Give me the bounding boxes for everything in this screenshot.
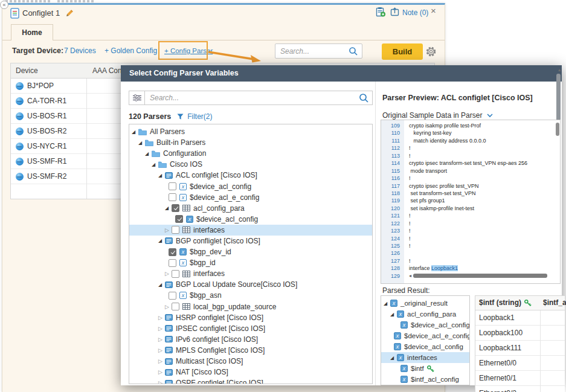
result-row[interactable]: Ethernet0/2 (475, 386, 565, 392)
collapsed-arrow-icon[interactable]: ▷ (158, 315, 165, 321)
result-row[interactable]: Ethernet0/0 (475, 356, 565, 371)
collapsed-arrow-icon[interactable]: ▷ (158, 347, 165, 353)
tree-item[interactable]: x$device_acl_config (381, 341, 469, 352)
checkbox[interactable] (172, 303, 179, 310)
checkbox[interactable] (169, 259, 176, 267)
column-header-intf[interactable]: $intf (string) (479, 298, 532, 307)
sample-data-code[interactable]: 109crypto isakmp profile test-Prof110 ke… (381, 120, 561, 284)
collapsed-arrow-icon[interactable]: ▷ (158, 380, 165, 384)
tree-item[interactable]: ▷OSPF configlet [Cisco IOS] (129, 378, 372, 384)
tree-item[interactable]: x$intf (381, 363, 469, 374)
expanded-arrow-icon[interactable]: ◢ (158, 282, 165, 288)
expanded-arrow-icon[interactable]: ◢ (145, 151, 152, 156)
golden-config-link[interactable]: + Golden Config (105, 47, 157, 55)
filter-sliders-icon[interactable] (129, 91, 145, 104)
scrollbar-thumb[interactable] (556, 74, 561, 123)
device-search-input[interactable]: Search... (275, 43, 362, 59)
tree-item[interactable]: ◢Built-in Parsers (129, 137, 372, 148)
expanded-arrow-icon[interactable]: ◢ (132, 129, 138, 135)
result-row[interactable]: Loopback100 (475, 326, 565, 341)
tree-item[interactable]: ▷interfaces (129, 268, 372, 279)
checkbox[interactable] (169, 193, 176, 201)
chevron-down-icon[interactable] (487, 114, 493, 118)
tree-item[interactable]: ◢acl_config_para (129, 203, 372, 214)
gear-icon[interactable] (425, 46, 437, 57)
variable-icon: x (400, 321, 408, 329)
checkbox[interactable] (169, 292, 176, 300)
tree-item[interactable]: ◢x_original_result (381, 298, 469, 309)
search-icon[interactable] (349, 47, 358, 56)
build-button[interactable]: Build (382, 43, 423, 60)
tree-item[interactable]: ◢ACL configlet [Cisco IOS] (129, 170, 372, 181)
edit-pencil-icon[interactable] (65, 9, 74, 18)
note-link[interactable]: Note (0) (402, 8, 428, 17)
tree-item[interactable]: x$device_acl_config (129, 214, 372, 225)
collapsed-arrow-icon[interactable]: ▷ (158, 369, 165, 375)
expanded-arrow-icon[interactable]: ◢ (390, 355, 397, 361)
search-icon[interactable] (359, 93, 369, 103)
close-icon[interactable]: × (431, 5, 436, 16)
tree-item[interactable]: ◢Cisco IOS (129, 159, 372, 170)
expanded-arrow-icon[interactable]: ◢ (152, 162, 158, 167)
tree-item[interactable]: ◢xinterfaces (381, 352, 469, 363)
tree-item[interactable]: x$intf_acl_config (381, 374, 469, 385)
tab-home[interactable]: Home (11, 24, 53, 40)
devices-link[interactable]: 7 Devices (64, 47, 96, 55)
tree-item[interactable]: ◢BGP confliglet [Cisco IOS] (129, 236, 372, 246)
expanded-arrow-icon[interactable]: ◢ (138, 140, 145, 146)
collapsed-arrow-icon[interactable]: ▷ (165, 271, 172, 277)
collapsed-arrow-icon[interactable]: ▷ (158, 326, 165, 332)
tree-item[interactable]: x$device_acl_config (129, 181, 372, 191)
collapsed-arrow-icon[interactable]: ▷ (158, 358, 165, 364)
tree-item[interactable]: x$bgp_id (129, 257, 372, 268)
tree-item[interactable]: ▷local_bgp_update_source (129, 301, 372, 312)
scrollbar-up-arrow[interactable]: ▴ (558, 67, 561, 72)
tree-item[interactable]: ▷IPSEC configlet [Cisco IOS] (129, 323, 372, 334)
checkbox[interactable] (169, 182, 176, 190)
tree-item[interactable]: x$bgp_asn (129, 290, 372, 301)
code-vertical-scrollbar[interactable] (556, 123, 559, 136)
expanded-arrow-icon[interactable]: ◢ (158, 238, 165, 243)
expanded-arrow-icon[interactable]: ◢ (158, 173, 165, 178)
checkbox[interactable] (172, 204, 179, 212)
filter-link[interactable]: Filter(2) (187, 112, 212, 121)
original-sample-label[interactable]: Original Sample Data in Parser (382, 111, 493, 120)
result-row[interactable]: Ethernet0/1 (475, 371, 565, 386)
expanded-arrow-icon[interactable]: ◢ (165, 205, 172, 211)
tree-item[interactable]: ▷Multicast [Cisco IOS] (129, 356, 372, 367)
column-header-device[interactable]: Device (16, 66, 38, 75)
collapse-panel-button[interactable]: « (0, 1, 8, 9)
tree-item[interactable]: ◢Configuration (129, 148, 372, 159)
result-row[interactable]: Loopback1 (475, 310, 565, 326)
expanded-arrow-icon[interactable]: ◢ (384, 301, 390, 306)
column-header-intf-a[interactable]: $intf_a (543, 298, 566, 307)
report-icon[interactable] (376, 7, 386, 17)
tree-item[interactable]: ▷HSRP configlet [Cisco IOS] (129, 312, 372, 323)
tree-item[interactable]: ◢BGP Local Update Source[Cisco IOS] (129, 279, 372, 290)
tree-item[interactable]: x$device_acl_config (381, 320, 469, 330)
tree-item[interactable]: ▷interfaces (129, 225, 372, 236)
tree-item[interactable]: x$device_acl_e_config (381, 330, 469, 341)
popout-icon[interactable] (390, 7, 400, 16)
tree-item[interactable]: ▷MPLS Configlet [Cisco IOS] (129, 345, 372, 356)
collapsed-arrow-icon[interactable]: ▷ (158, 336, 165, 342)
tree-item[interactable]: ◢xacl_config_para (381, 309, 469, 320)
result-row[interactable]: Loopback111 (475, 341, 565, 356)
funnel-icon[interactable] (177, 114, 184, 120)
checkbox[interactable] (172, 226, 179, 234)
code-horizontal-scrollbar[interactable]: ◂ (404, 272, 547, 280)
parser-count: 120 Parsers (129, 112, 171, 121)
parser-search-input[interactable]: Search... (129, 91, 373, 105)
tree-item[interactable]: ◢All Parsers (129, 126, 372, 137)
expanded-arrow-icon[interactable]: ◢ (390, 312, 397, 317)
checkbox[interactable] (172, 270, 179, 278)
code-line: 109crypto isakmp profile test-Prof (381, 122, 560, 129)
tree-item[interactable]: x$bgp_dev_id (129, 246, 372, 257)
tree-item[interactable]: ▷NAT [Cisco IOS] (129, 367, 372, 378)
tree-item[interactable]: x$device_acl_e_config (129, 192, 372, 203)
collapsed-arrow-icon[interactable]: ▷ (165, 227, 172, 233)
tree-item[interactable]: ▷IPv6 configlet [Cisco IOS] (129, 334, 372, 345)
checkbox[interactable] (169, 248, 176, 256)
collapsed-arrow-icon[interactable]: ▷ (165, 304, 172, 310)
checkbox[interactable] (175, 215, 183, 223)
